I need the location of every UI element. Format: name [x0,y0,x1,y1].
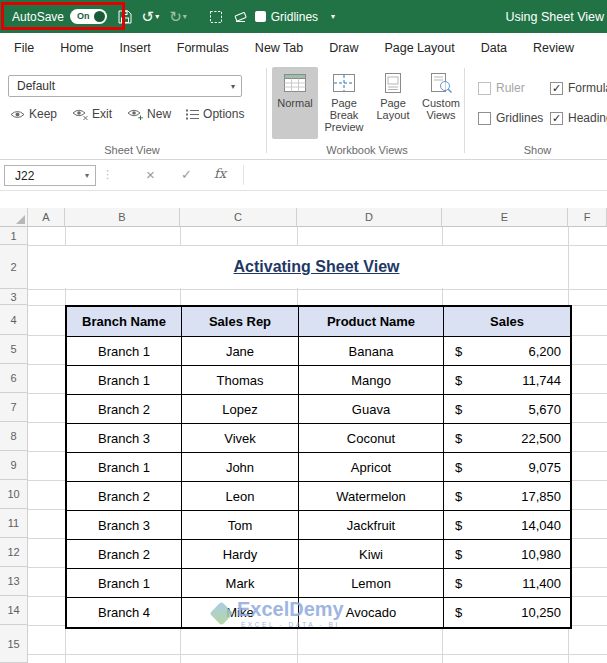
table-cell[interactable]: Banana [299,337,444,366]
redo-button[interactable]: ↻ ▾ [164,5,192,29]
table-cell[interactable]: $10,980 [444,540,570,569]
table-cell[interactable]: Jane [182,337,299,366]
qat-gridlines-button[interactable]: Gridlines ▾ [255,10,335,24]
tab-draw[interactable]: Draw [329,41,358,55]
column-header-b[interactable]: B [65,208,180,227]
row-header[interactable]: 7 [0,393,28,422]
table-cell[interactable]: Mark [182,569,299,598]
table-cell[interactable]: Mango [299,366,444,395]
row-header[interactable]: 4 [0,305,28,335]
tab-home[interactable]: Home [60,41,93,55]
table-cell[interactable]: $10,250 [444,598,570,627]
table-cell[interactable]: Branch 4 [67,598,182,627]
formula-bar-checkbox[interactable]: ✓ Formula Bar [550,81,607,95]
table-cell[interactable]: $11,400 [444,569,570,598]
normal-view-button[interactable]: Normal [272,67,318,139]
qat-eraser-button[interactable] [228,5,253,29]
table-cell[interactable]: Branch 1 [67,366,182,395]
table-cell[interactable]: Branch 1 [67,569,182,598]
gridlines-checkbox[interactable]: Gridlines [478,111,543,125]
column-header-a[interactable]: A [28,208,65,227]
sheet-view-options-button[interactable]: Options [186,107,244,121]
table-cell[interactable]: Coconut [299,424,444,453]
table-cell[interactable]: Branch 1 [67,453,182,482]
column-header-d[interactable]: D [297,208,442,227]
row-header[interactable]: 8 [0,422,28,451]
table-header-cell[interactable]: Sales Rep [182,307,299,337]
column-header-c[interactable]: C [180,208,297,227]
new-sheet-view-button[interactable]: New [127,107,171,121]
table-cell[interactable]: Thomas [182,366,299,395]
row-header[interactable]: 14 [0,596,28,625]
table-cell[interactable]: Avocado [299,598,444,627]
tab-page-layout[interactable]: Page Layout [384,41,454,55]
table-cell[interactable]: Branch 2 [67,540,182,569]
sheet-canvas[interactable]: Activating Sheet View Branch Name Sales … [28,227,607,663]
name-box[interactable]: J22 ▾ [4,165,96,186]
page-layout-view-button[interactable]: Page Layout [370,67,416,139]
table-header-cell[interactable]: Product Name [299,307,444,337]
table-cell[interactable]: Hardy [182,540,299,569]
ruler-checkbox[interactable]: Ruler [478,81,525,95]
exit-sheet-view-button[interactable]: Exit [72,107,112,121]
row-header[interactable]: 1 [0,227,28,245]
undo-button[interactable]: ↺ ▾ [137,5,165,29]
table-cell[interactable]: Branch 3 [67,511,182,540]
tab-review[interactable]: Review [533,41,574,55]
page-break-preview-button[interactable]: Page Break Preview [318,67,370,139]
sheet-view-dropdown[interactable]: Default ▾ [8,75,242,97]
select-all-corner[interactable] [0,208,28,227]
table-cell[interactable]: John [182,453,299,482]
row-header[interactable]: 13 [0,567,28,596]
sheet-title-cell[interactable]: Activating Sheet View [65,246,568,288]
table-header-cell[interactable]: Branch Name [67,307,182,337]
table-cell[interactable]: $11,744 [444,366,570,395]
table-header-cell[interactable]: Sales [444,307,570,337]
tab-file[interactable]: File [14,41,34,55]
table-cell[interactable]: Vivek [182,424,299,453]
table-cell[interactable]: $22,500 [444,424,570,453]
table-cell[interactable]: Branch 3 [67,424,182,453]
row-header[interactable]: 5 [0,335,28,364]
insert-function-button[interactable]: fx [214,166,226,181]
autosave-toggle[interactable]: AutoSave On [12,9,107,24]
autosave-pill[interactable]: On [70,9,107,24]
tab-data[interactable]: Data [481,41,507,55]
row-header[interactable]: 11 [0,509,28,538]
table-cell[interactable]: $5,670 [444,395,570,424]
table-cell[interactable]: $17,850 [444,482,570,511]
headings-checkbox[interactable]: ✓ Headings [550,111,607,125]
table-cell[interactable]: Leon [182,482,299,511]
table-cell[interactable]: Guava [299,395,444,424]
column-header-f[interactable]: F [568,208,607,227]
tab-formulas[interactable]: Formulas [177,41,229,55]
table-cell[interactable]: $9,075 [444,453,570,482]
formula-input[interactable] [248,160,607,190]
table-cell[interactable]: $14,040 [444,511,570,540]
table-cell[interactable]: Apricot [299,453,444,482]
table-cell[interactable]: Lopez [182,395,299,424]
qat-select-button[interactable] [204,5,228,29]
row-header[interactable]: 6 [0,364,28,393]
table-cell[interactable]: Branch 2 [67,482,182,511]
column-header-e[interactable]: E [442,208,568,227]
table-cell[interactable]: Lemon [299,569,444,598]
save-button[interactable] [113,5,137,29]
row-header[interactable]: 12 [0,538,28,567]
enter-button[interactable]: ✓ [181,167,192,182]
keep-sheet-view-button[interactable]: Keep [10,107,57,121]
table-cell[interactable]: Mike [182,598,299,627]
cancel-button[interactable]: × [146,166,155,183]
row-header[interactable]: 2 [0,245,28,289]
tab-new-tab[interactable]: New Tab [255,41,303,55]
row-header[interactable]: 15 [0,625,28,663]
drag-handle-icon[interactable]: ⋮ [102,168,113,181]
table-cell[interactable]: Branch 2 [67,395,182,424]
table-cell[interactable]: Watermelon [299,482,444,511]
table-cell[interactable]: Kiwi [299,540,444,569]
table-cell[interactable]: $6,200 [444,337,570,366]
tab-insert[interactable]: Insert [120,41,151,55]
table-cell[interactable]: Branch 1 [67,337,182,366]
custom-views-button[interactable]: Custom Views [416,67,466,139]
row-header[interactable]: 9 [0,451,28,480]
